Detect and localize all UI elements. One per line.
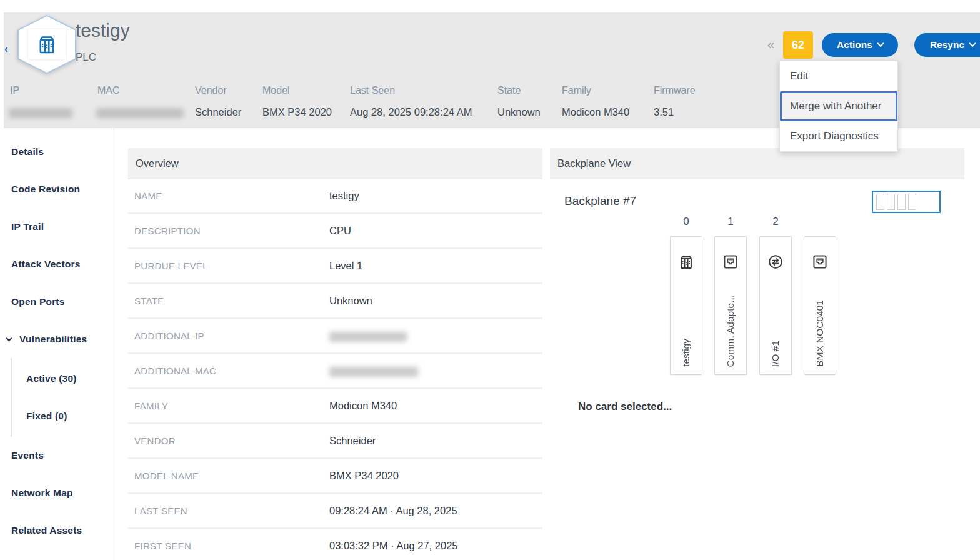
sidebar-item-active-vulnerabilities[interactable]: Active (30) <box>12 360 114 398</box>
meta-value-vendor: Schneider <box>195 106 241 118</box>
meta-value-ip <box>9 106 72 118</box>
row-label: DESCRIPTION <box>134 226 201 236</box>
minimap-slot <box>908 194 916 210</box>
sidebar-item-fixed-vulnerabilities[interactable]: Fixed (0) <box>12 398 114 435</box>
chevron-down-icon <box>877 39 884 46</box>
meta-value-model: BMX P34 2020 <box>262 106 332 118</box>
row-value: Schneider <box>329 435 376 447</box>
backplane-card-testigy[interactable]: testigy <box>670 236 702 375</box>
row-label: MODEL NAME <box>134 471 199 481</box>
sidebar-item-label: Related Assets <box>11 525 82 536</box>
meta-label-model: Model <box>262 85 290 96</box>
backplane-panel: Backplane View Backplane #7 0 1 2 testig… <box>550 148 964 560</box>
chevron-down-icon <box>6 335 12 341</box>
resync-button[interactable]: Resync <box>914 33 980 57</box>
redacted-value <box>329 330 407 342</box>
vulnerabilities-submenu: Active (30) Fixed (0) <box>11 358 114 437</box>
redacted-additional-ip <box>329 332 407 342</box>
table-row: DESCRIPTION CPU <box>128 214 542 249</box>
plc-icon <box>678 253 695 271</box>
slot-number: 0 <box>670 216 702 228</box>
chevron-down-icon <box>969 39 976 46</box>
meta-label-mac: MAC <box>98 85 120 96</box>
resync-button-label: Resync <box>930 39 964 51</box>
meta-value-state: Unknown <box>498 106 541 118</box>
asset-hexagon <box>18 15 76 74</box>
plc-icon <box>36 33 58 56</box>
card-name: Comm. Adapte... <box>725 295 736 367</box>
meta-label-vendor: Vendor <box>195 85 227 96</box>
redacted-additional-mac <box>329 367 418 377</box>
minimap-slot <box>876 194 884 210</box>
minimap-slot <box>898 194 906 210</box>
sidebar-item-attack-vectors[interactable]: Attack Vectors <box>0 246 114 283</box>
actions-dropdown-menu: Edit Merge with Another Export Diagnosti… <box>779 61 898 152</box>
sidebar-item-label: Fixed (0) <box>26 411 68 422</box>
asset-type-card <box>28 29 66 59</box>
table-row: LAST SEEN 09:28:24 AM · Aug 28, 2025 <box>128 494 542 529</box>
meta-value-family: Modicon M340 <box>562 106 629 118</box>
actions-button[interactable]: Actions <box>822 33 898 57</box>
sidebar-item-label: Events <box>11 450 44 461</box>
row-label: PURDUE LEVEL <box>134 261 208 271</box>
ethernet-port-icon <box>722 253 739 271</box>
overview-panel-title: Overview <box>128 148 542 179</box>
row-label: FAMILY <box>134 401 168 411</box>
redacted-mac <box>96 108 184 118</box>
table-row: FAMILY Modicon M340 <box>128 389 542 424</box>
backplane-card-comm-adapter[interactable]: Comm. Adapte... <box>714 236 747 375</box>
redacted-value <box>329 365 418 377</box>
swap-icon <box>767 253 784 271</box>
card-name: BMX NOC0401 <box>814 300 826 367</box>
row-label: FIRST SEEN <box>134 541 191 551</box>
menu-item-export-diagnostics[interactable]: Export Diagnostics <box>780 121 898 151</box>
top-strip <box>0 0 980 12</box>
sidebar-item-label: Network Map <box>11 488 73 499</box>
row-value: CPU <box>329 225 351 237</box>
back-icon[interactable]: ‹ <box>1 41 11 56</box>
table-row: FIRST SEEN 03:03:32 PM · Aug 27, 2025 <box>128 529 542 560</box>
page-title: testigy <box>76 20 130 41</box>
table-row: PURDUE LEVEL Level 1 <box>128 249 542 284</box>
row-value: testigy <box>329 190 359 202</box>
meta-label-ip: IP <box>10 85 19 96</box>
sidebar-item-label: IP Trail <box>11 221 44 232</box>
sidebar-item-code-revision[interactable]: Code Revision <box>0 171 114 208</box>
sidebar-item-label: Active (30) <box>26 373 77 384</box>
actions-button-label: Actions <box>837 39 872 51</box>
menu-item-edit[interactable]: Edit <box>780 61 898 91</box>
row-label: ADDITIONAL IP <box>134 331 204 341</box>
row-label: LAST SEEN <box>134 506 188 516</box>
backplane-card-bmx-noc0401[interactable]: BMX NOC0401 <box>804 236 836 375</box>
row-label: VENDOR <box>134 436 176 446</box>
sidebar-item-related-assets[interactable]: Related Assets <box>0 512 114 549</box>
sidebar-item-network-map[interactable]: Network Map <box>0 474 114 512</box>
meta-label-state: State <box>498 85 521 96</box>
row-label: ADDITIONAL MAC <box>134 366 216 376</box>
sidebar-item-details[interactable]: Details <box>0 133 114 171</box>
table-row: STATE Unknown <box>128 284 542 319</box>
table-row: ADDITIONAL IP <box>128 319 542 354</box>
backplane-card-io-1[interactable]: I/O #1 <box>759 236 792 375</box>
sidebar-item-label: Code Revision <box>11 184 80 195</box>
ethernet-port-icon <box>811 253 829 271</box>
risk-score-badge[interactable]: 62 <box>783 31 813 59</box>
backplane-panel-title: Backplane View <box>550 148 964 179</box>
collapse-panel-icon[interactable]: « <box>768 38 774 52</box>
sidebar-item-events[interactable]: Events <box>0 437 114 474</box>
sidebar-item-vulnerabilities[interactable]: Vulnerabilities <box>0 321 114 358</box>
table-row: NAME testigy <box>128 179 542 214</box>
meta-label-firmware: Firmware <box>654 85 696 96</box>
sidebar-item-open-ports[interactable]: Open Ports <box>0 283 114 321</box>
row-label: STATE <box>134 296 164 306</box>
meta-label-family: Family <box>562 85 591 96</box>
backplane-minimap[interactable] <box>872 191 941 213</box>
table-row: MODEL NAME BMX P34 2020 <box>128 459 542 494</box>
sidebar-item-ip-trail[interactable]: IP Trail <box>0 208 114 246</box>
sidebar-item-label: Details <box>11 146 44 158</box>
menu-item-merge-with-another[interactable]: Merge with Another <box>780 91 898 121</box>
no-card-selected-text: No card selected... <box>578 401 672 413</box>
sidebar-item-label: Vulnerabilities <box>19 334 87 345</box>
meta-value-mac <box>96 106 184 118</box>
row-value: Modicon M340 <box>329 400 397 412</box>
